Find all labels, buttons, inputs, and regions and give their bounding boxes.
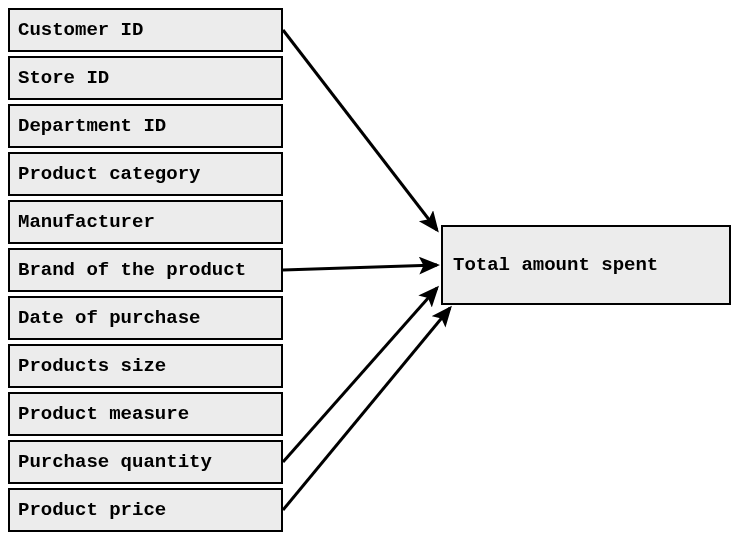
input-box-customer-id: Customer ID: [8, 8, 283, 52]
input-box-manufacturer: Manufacturer: [8, 200, 283, 244]
input-box-product-measure: Product measure: [8, 392, 283, 436]
input-box-purchase-quantity: Purchase quantity: [8, 440, 283, 484]
input-box-product-price: Product price: [8, 488, 283, 532]
input-box-brand: Brand of the product: [8, 248, 283, 292]
input-label: Product price: [18, 499, 166, 521]
input-label: Department ID: [18, 115, 166, 137]
input-label: Manufacturer: [18, 211, 155, 233]
arrow-product-price-to-output: [283, 308, 450, 510]
output-label: Total amount spent: [453, 254, 658, 276]
input-label: Purchase quantity: [18, 451, 212, 473]
input-box-products-size: Products size: [8, 344, 283, 388]
arrow-purchase-quantity-to-output: [283, 288, 437, 462]
input-label: Customer ID: [18, 19, 143, 41]
input-label: Product measure: [18, 403, 189, 425]
input-box-product-category: Product category: [8, 152, 283, 196]
input-label: Brand of the product: [18, 259, 246, 281]
input-label: Product category: [18, 163, 200, 185]
input-box-store-id: Store ID: [8, 56, 283, 100]
arrow-brand-to-output: [283, 265, 437, 270]
input-label: Date of purchase: [18, 307, 200, 329]
input-label: Store ID: [18, 67, 109, 89]
output-box-total-amount-spent: Total amount spent: [441, 225, 731, 305]
arrow-customer-id-to-output: [283, 30, 437, 230]
input-box-department-id: Department ID: [8, 104, 283, 148]
diagram-canvas: Customer ID Store ID Department ID Produ…: [0, 0, 741, 541]
input-box-date-of-purchase: Date of purchase: [8, 296, 283, 340]
input-label: Products size: [18, 355, 166, 377]
